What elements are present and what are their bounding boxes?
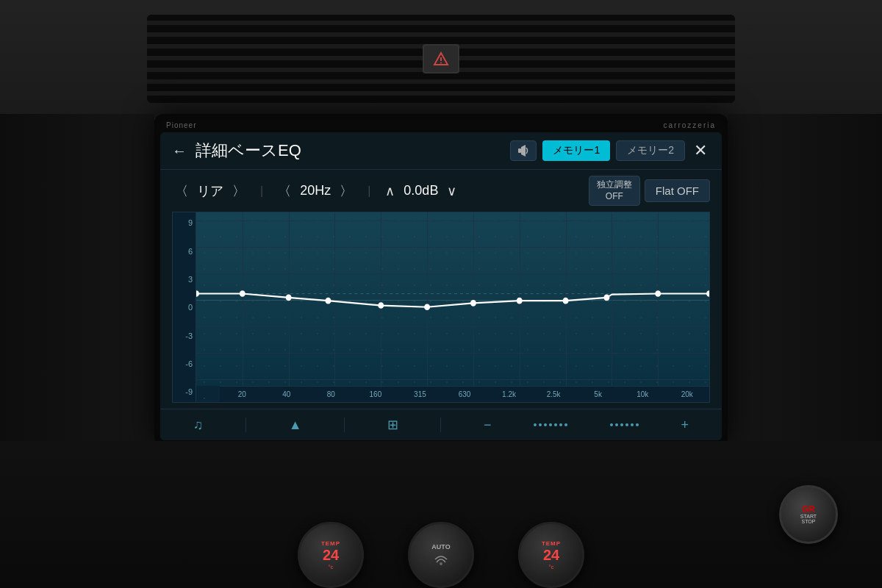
- svg-point-12: [517, 298, 523, 304]
- x-label-630: 630: [442, 390, 487, 398]
- y-label-9: 9: [176, 218, 193, 227]
- controls-bar: 〈 リア 〉 | 〈 20Hz 〉 | ∧ 0.0dB ∨ 独立調整 OFF F…: [160, 170, 722, 212]
- memory2-button[interactable]: メモリー2: [616, 140, 685, 161]
- climate-controls: TEMP 24 °c AUTO TEMP 24 °c: [298, 522, 584, 588]
- location-label: リア: [197, 182, 223, 200]
- header-bar: ← 詳細ベースEQ メモリー1 メモリー2 ✕: [160, 132, 722, 170]
- svg-point-8: [325, 298, 331, 304]
- svg-point-14: [603, 295, 609, 301]
- x-label-2k5: 2.5k: [531, 390, 576, 398]
- eq-chart: 9 6 3 0 -3 -6 -9: [172, 212, 710, 403]
- audio-icon-button[interactable]: [510, 140, 537, 161]
- top-vent-area: [0, 0, 882, 118]
- db-down-button[interactable]: ∨: [444, 182, 459, 201]
- main-screen: ← 詳細ベースEQ メモリー1 メモリー2 ✕ 〈 リア: [160, 132, 722, 440]
- svg-point-7: [286, 295, 292, 301]
- y-label-0: 0: [176, 303, 193, 312]
- plus-button[interactable]: +: [681, 417, 689, 433]
- x-label-5k: 5k: [576, 390, 620, 398]
- left-temp-unit: °c: [328, 564, 333, 570]
- dot-11: [625, 423, 628, 426]
- music-nav-icon[interactable]: ♫: [193, 417, 204, 433]
- eq-chart-inner: 9 6 3 0 -3 -6 -9: [173, 212, 709, 402]
- controls-left: 〈 リア 〉 | 〈 20Hz 〉 | ∧ 0.0dB ∨: [172, 181, 459, 201]
- svg-point-9: [378, 302, 384, 309]
- minus-button[interactable]: −: [484, 417, 492, 433]
- flat-off-button[interactable]: Flat OFF: [645, 179, 710, 202]
- auto-label: AUTO: [431, 543, 450, 551]
- right-side-panel: [728, 114, 882, 441]
- dot-1: [534, 423, 537, 426]
- left-temp-label: TEMP: [321, 540, 340, 547]
- controls-right: 独立調整 OFF Flat OFF: [589, 176, 710, 206]
- brand-bar: Pioneer carrozzeria: [160, 120, 722, 131]
- x-label-20k: 20k: [664, 390, 709, 398]
- x-label-40: 40: [265, 390, 309, 398]
- svg-point-17: [440, 562, 442, 565]
- close-button[interactable]: ✕: [691, 141, 710, 160]
- doku-button[interactable]: 独立調整 OFF: [589, 176, 640, 206]
- dot-10: [620, 423, 623, 426]
- dot-2: [539, 423, 542, 426]
- gr-start-label: START: [800, 514, 817, 519]
- db-up-button[interactable]: ∧: [382, 182, 398, 201]
- dot-3: [544, 423, 547, 426]
- page-title: 詳細ベースEQ: [196, 140, 301, 162]
- eq-curve: [196, 212, 709, 386]
- dot-7: [564, 423, 567, 426]
- y-label-n3: -3: [176, 331, 193, 340]
- nav-separator-1: [245, 417, 246, 432]
- svg-point-2: [440, 62, 442, 64]
- back-button[interactable]: ←: [172, 143, 187, 159]
- right-temp-dial[interactable]: TEMP 24 °c: [518, 522, 584, 588]
- x-label-10k: 10k: [620, 390, 665, 398]
- memory1-button[interactable]: メモリー1: [542, 140, 610, 161]
- location-prev-button[interactable]: 〈: [172, 181, 191, 201]
- dot-4: [549, 423, 552, 426]
- bottom-nav: ♫ ▲ ⊞ − +: [160, 409, 722, 440]
- nav-separator-3: [440, 417, 441, 432]
- eq-grid: 20 40 80 160 315 630 1.2k 2.5k 5k 10k 20…: [196, 212, 709, 402]
- dot-9: [615, 423, 618, 426]
- svg-point-6: [240, 290, 245, 297]
- left-side-panel: [0, 114, 154, 441]
- right-temp-value: 24: [543, 547, 559, 564]
- x-axis: 20 40 80 160 315 630 1.2k 2.5k 5k 10k 20…: [220, 386, 709, 402]
- volume-dots-2: [610, 423, 639, 426]
- y-label-n9: -9: [176, 387, 193, 396]
- left-temp-dial[interactable]: TEMP 24 °c: [298, 522, 364, 588]
- person-nav-icon[interactable]: ▲: [289, 417, 302, 433]
- dot-8: [610, 423, 613, 426]
- gr-brand: GR: [802, 505, 815, 514]
- grid-nav-icon[interactable]: ⊞: [387, 417, 398, 433]
- doku-line1: 独立調整: [597, 179, 632, 191]
- x-label-20: 20: [220, 390, 265, 398]
- hazard-button[interactable]: [423, 44, 459, 74]
- location-next-button[interactable]: 〉: [229, 181, 248, 201]
- svg-point-5: [196, 290, 199, 297]
- carrozzeria-brand: carrozzeria: [664, 121, 716, 129]
- dot-6: [559, 423, 562, 426]
- y-axis: 9 6 3 0 -3 -6 -9: [173, 212, 196, 402]
- volume-dots: [534, 423, 567, 426]
- svg-rect-3: [518, 148, 521, 153]
- db-value: 0.0dB: [404, 183, 438, 198]
- y-label-3: 3: [176, 275, 193, 284]
- freq-next-button[interactable]: 〉: [337, 181, 356, 201]
- left-temp-value: 24: [323, 547, 339, 564]
- freq-prev-button[interactable]: 〈: [275, 181, 294, 201]
- right-temp-label: TEMP: [542, 540, 561, 547]
- bottom-region: TEMP 24 °c AUTO TEMP 24 °c GR START STOP: [0, 441, 882, 588]
- doku-line2: OFF: [597, 191, 632, 203]
- gr-start-stop-button[interactable]: GR START STOP: [779, 485, 838, 544]
- center-dial[interactable]: AUTO: [408, 522, 474, 588]
- svg-point-16: [706, 290, 709, 297]
- dot-5: [554, 423, 557, 426]
- x-label-160: 160: [354, 390, 398, 398]
- right-temp-unit: °c: [548, 564, 553, 570]
- x-label-80: 80: [309, 390, 354, 398]
- freq-value: 20Hz: [300, 183, 331, 198]
- y-label-n6: -6: [176, 359, 193, 368]
- x-label-315: 315: [398, 390, 442, 398]
- x-label-1k2: 1.2k: [487, 390, 531, 398]
